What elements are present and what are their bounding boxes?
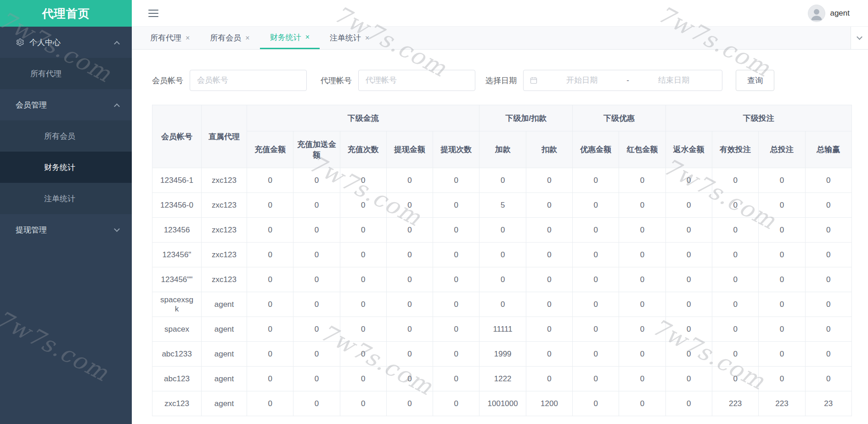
value-cell: 0: [433, 342, 479, 367]
end-date-input[interactable]: [632, 76, 716, 85]
column-header: 加款: [479, 131, 526, 168]
value-cell: 0: [433, 193, 479, 218]
value-cell: 0: [433, 218, 479, 243]
value-cell: 0: [573, 391, 619, 416]
member-account-input[interactable]: [190, 70, 307, 91]
tabs-dropdown-button[interactable]: [851, 27, 868, 49]
value-cell: 0: [619, 243, 665, 267]
tab-all-agents[interactable]: 所有代理 ×: [140, 27, 200, 49]
direct-agent-cell: zxc123: [202, 243, 247, 267]
chevron-down-icon: [857, 34, 862, 40]
value-cell: 1999: [479, 342, 526, 367]
tab-label: 注单统计: [330, 33, 361, 43]
value-cell: 0: [759, 292, 805, 317]
user-menu[interactable]: agent: [808, 5, 850, 22]
value-cell: 0: [340, 342, 386, 367]
value-cell: 1200: [526, 391, 572, 416]
value-cell: 0: [805, 342, 851, 367]
value-cell: 0: [805, 168, 851, 193]
table-row: 123456-1zxc1230000000000000: [152, 168, 852, 193]
direct-agent-cell: zxc123: [202, 267, 247, 292]
sidebar-item-all-members[interactable]: 所有会员: [0, 120, 132, 152]
sidebar-item-finance-stats[interactable]: 财务统计: [0, 152, 132, 183]
close-icon[interactable]: ×: [305, 34, 310, 41]
sidebar-item-member-management[interactable]: 会员管理: [0, 89, 132, 120]
sidebar-item-bet-stats[interactable]: 注单统计: [0, 183, 132, 214]
sidebar-item-label: 会员管理: [16, 100, 47, 110]
value-cell: 0: [712, 193, 758, 218]
value-cell: 0: [340, 267, 386, 292]
chevron-down-icon: [114, 226, 120, 232]
value-cell: 0: [619, 317, 665, 342]
avatar[interactable]: [808, 5, 825, 22]
table-row: spacexsgkagent0000000000000: [152, 292, 852, 317]
value-cell: 0: [433, 391, 479, 416]
value-cell: 0: [573, 367, 619, 391]
value-cell: 0: [479, 168, 526, 193]
value-cell: 0: [526, 243, 572, 267]
value-cell: 0: [573, 267, 619, 292]
column-header: 充值加送金额: [293, 131, 340, 168]
member-account-cell: 123456: [152, 218, 202, 243]
hamburger-menu-icon[interactable]: [148, 10, 158, 17]
sidebar-item-all-agents[interactable]: 所有代理: [0, 58, 132, 89]
tab-all-members[interactable]: 所有会员 ×: [200, 27, 259, 49]
tab-finance-stats[interactable]: 财务统计 ×: [260, 27, 320, 49]
close-icon[interactable]: ×: [365, 34, 369, 42]
member-account-cell: 123456-0: [152, 193, 202, 218]
column-header: 总输赢: [805, 131, 851, 168]
sidebar: 代理首页 个人中心 所有代理 会员管理 所有会员 财务统计 注单统计 提现管理: [0, 0, 132, 424]
agent-account-label: 代理帐号: [321, 75, 352, 86]
value-cell: 0: [340, 391, 386, 416]
value-cell: 0: [247, 218, 293, 243]
column-header: 提现金额: [386, 131, 433, 168]
date-range-separator: -: [626, 76, 629, 85]
value-cell: 0: [526, 342, 572, 367]
sidebar-item-label: 财务统计: [44, 162, 75, 173]
value-cell: 0: [759, 367, 805, 391]
value-cell: 0: [526, 367, 572, 391]
value-cell: 0: [247, 367, 293, 391]
value-cell: 0: [340, 243, 386, 267]
close-icon[interactable]: ×: [245, 34, 249, 42]
value-cell: 0: [665, 168, 712, 193]
column-header-member-account: 会员帐号: [152, 105, 202, 168]
value-cell: 0: [247, 317, 293, 342]
value-cell: 0: [386, 168, 433, 193]
calendar-icon: [530, 77, 537, 84]
date-range-picker[interactable]: -: [523, 70, 722, 91]
member-account-label: 会员帐号: [152, 75, 183, 86]
member-account-cell: 123456-1: [152, 168, 202, 193]
value-cell: 0: [293, 243, 340, 267]
value-cell: 0: [573, 243, 619, 267]
value-cell: 0: [665, 243, 712, 267]
direct-agent-cell: zxc123: [202, 218, 247, 243]
gear-icon: [16, 38, 24, 46]
agent-account-input[interactable]: [358, 70, 475, 91]
table-row: 123456"zxc1230000000000000: [152, 243, 852, 267]
sidebar-item-personal-center[interactable]: 个人中心: [0, 27, 132, 58]
value-cell: 0: [712, 317, 758, 342]
group-header-add-deduct: 下级加/扣款: [479, 105, 573, 131]
value-cell: 0: [433, 367, 479, 391]
tab-bet-stats[interactable]: 注单统计 ×: [320, 27, 379, 49]
tab-label: 所有代理: [150, 33, 181, 43]
search-button[interactable]: 查询: [736, 70, 774, 91]
value-cell: 0: [340, 317, 386, 342]
value-cell: 0: [479, 218, 526, 243]
value-cell: 0: [386, 342, 433, 367]
direct-agent-cell: zxc123: [202, 168, 247, 193]
direct-agent-cell: agent: [202, 317, 247, 342]
value-cell: 0: [526, 168, 572, 193]
close-icon[interactable]: ×: [186, 34, 190, 42]
member-account-cell: abc1233: [152, 342, 202, 367]
value-cell: 0: [619, 168, 665, 193]
value-cell: 23: [805, 391, 851, 416]
start-date-input[interactable]: [540, 76, 624, 85]
value-cell: 0: [386, 218, 433, 243]
column-header: 扣款: [526, 131, 572, 168]
username-label[interactable]: agent: [830, 9, 850, 18]
value-cell: 0: [340, 168, 386, 193]
value-cell: 1222: [479, 367, 526, 391]
sidebar-item-withdrawal-management[interactable]: 提现管理: [0, 214, 132, 245]
